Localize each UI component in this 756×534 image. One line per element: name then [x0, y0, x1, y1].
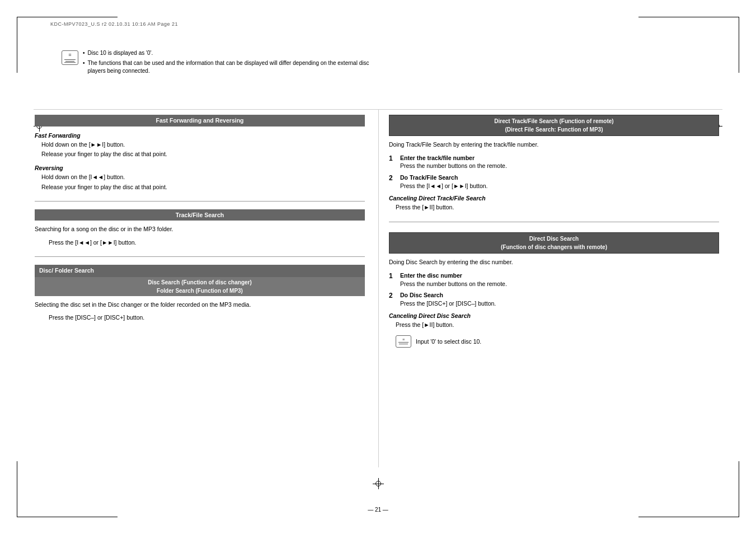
header-text: KDC-MPV7023_U.S r2 02.10.31 10:16 AM Pag…: [50, 21, 178, 27]
direct-track-intro: Doing Track/File Search by entering the …: [389, 140, 719, 149]
disc-folder-header1: Disc/ Folder Search: [35, 265, 365, 277]
border-corner: [17, 17, 17, 73]
disc-folder-intro: Selecting the disc set in the Disc chang…: [35, 301, 365, 310]
track-search-intro: Searching for a song on the disc or in t…: [35, 225, 365, 234]
track-search-body: Press the [I◄◄] or [►►I] button.: [49, 238, 365, 247]
border-corner: [739, 461, 739, 517]
direct-track-header: Direct Track/File Search (Function of re…: [389, 115, 719, 136]
border-corner: [739, 17, 739, 73]
track-search-section: Track/File Search Searching for a song o…: [35, 209, 365, 247]
disc-folder-section: Disc/ Folder Search Disc Search (Functio…: [35, 265, 365, 322]
fast-forwarding-line2: Release your finger to play the disc at …: [41, 150, 365, 159]
section-divider: [389, 222, 719, 222]
reversing-line1: Hold down on the [I◄◄] button.: [41, 173, 365, 182]
direct-disc-intro: Doing Disc Search by entering the disc n…: [389, 258, 719, 267]
note-icon: ≡: [62, 50, 78, 65]
page: KDC-MPV7023_U.S r2 02.10.31 10:16 AM Pag…: [0, 0, 756, 534]
disc-note-icon: ≡: [396, 335, 411, 348]
fast-forward-header: Fast Forwarding and Reversing: [35, 115, 365, 127]
border-corner: [17, 461, 17, 517]
border-corner: [17, 17, 118, 17]
section-divider: [35, 256, 365, 257]
page-number: — 21 —: [368, 507, 388, 513]
direct-track-step1: 1 Enter the track/file number Press the …: [389, 154, 719, 170]
fast-forward-section: Fast Forwarding and Reversing Fast Forwa…: [35, 115, 365, 192]
reversing-line2: Release your finger to play the disc at …: [41, 183, 365, 192]
disc-note-text: Input '0' to select disc 10.: [416, 338, 481, 345]
fast-forwarding-line1: Hold down on the [►►I] button.: [41, 140, 365, 149]
direct-track-step2: 2 Do Track/File Search Press the [I◄◄] o…: [389, 174, 719, 190]
border-corner: [638, 17, 739, 17]
cancel-disc-title: Canceling Direct Disc Search: [389, 312, 719, 319]
border-corner: [17, 517, 118, 517]
note-bullet-1: Disc 10 is displayed as '0'.: [83, 49, 387, 57]
note-text-container: Disc 10 is displayed as '0'. The functio…: [83, 49, 387, 77]
column-divider: [378, 109, 379, 467]
disc-folder-header2: Disc Search (Function of disc changer) F…: [35, 277, 365, 296]
cancel-disc-body: Press the [►II] button.: [396, 321, 719, 330]
direct-disc-section: Direct Disc Search (Function of disc cha…: [389, 232, 719, 347]
border-corner: [638, 517, 739, 517]
cancel-disc-section: Canceling Direct Disc Search Press the […: [389, 312, 719, 330]
direct-disc-header: Direct Disc Search (Function of disc cha…: [389, 232, 719, 254]
reversing-title: Reversing: [35, 165, 365, 171]
cancel-track-section: Canceling Direct Track/File Search Press…: [389, 195, 719, 212]
cancel-track-body: Press the [►II] button.: [396, 203, 719, 212]
direct-disc-step1: 1 Enter the disc number Press the number…: [389, 271, 719, 288]
fast-forwarding-title: Fast Forwarding: [35, 132, 365, 139]
section-divider: [35, 201, 365, 202]
top-divider: [34, 109, 722, 110]
cancel-track-title: Canceling Direct Track/File Search: [389, 195, 719, 202]
disc-folder-body: Press the [DISC–] or [DISC+] button.: [49, 313, 365, 322]
crosshair-mark: [373, 478, 384, 489]
right-column: Direct Track/File Search (Function of re…: [389, 115, 719, 357]
note-bullet-2: The functions that can be used and the i…: [83, 59, 387, 75]
left-column: Fast Forwarding and Reversing Fast Forwa…: [35, 115, 365, 331]
note-section: ≡ Disc 10 is displayed as '0'. The funct…: [56, 49, 387, 77]
disc-note: ≡ Input '0' to select disc 10.: [396, 335, 719, 348]
direct-track-section: Direct Track/File Search (Function of re…: [389, 115, 719, 212]
direct-disc-step2: 2 Do Disc Search Press the [DISC+] or [D…: [389, 291, 719, 307]
track-search-header: Track/File Search: [35, 209, 365, 221]
